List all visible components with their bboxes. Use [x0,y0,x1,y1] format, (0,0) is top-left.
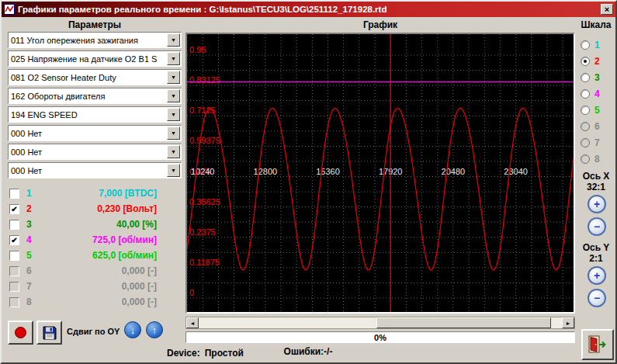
axis-x-zoom-in-button[interactable]: + [588,195,606,213]
scale-number: 1 [594,40,600,50]
svg-text:0.2375: 0.2375 [189,227,216,237]
shift-up-button[interactable]: ↑ [146,321,163,338]
chevron-down-icon[interactable]: ▼ [167,89,180,102]
chevron-down-icon[interactable]: ▼ [167,33,180,47]
axis-x-zoom-out-button[interactable]: − [588,217,606,236]
parameter-select[interactable]: 000 Нет ▼ [8,125,182,141]
channel-checkbox[interactable] [9,220,19,230]
scrollbar-track[interactable] [199,317,562,328]
channel-list: 1 7,000 [BTDC] ✔ 2 0,230 [Вольт] 3 40,00… [9,185,180,310]
scale-radio[interactable] [581,40,590,50]
parameter-select-list: 011 Угол опережения зажигания ▼ 025 Напр… [8,32,182,181]
chevron-down-icon[interactable]: ▼ [167,52,180,65]
channel-number: 8 [26,296,39,307]
svg-text:10240: 10240 [191,167,215,176]
chevron-down-icon[interactable]: ▼ [167,108,180,121]
parameter-select[interactable]: 194 ENG SPEED ▼ [8,106,182,123]
close-button[interactable]: × [601,4,613,15]
progress-bar: 0% [185,331,575,343]
chevron-down-icon[interactable]: ▼ [167,71,180,84]
channel-checkbox[interactable] [9,282,19,292]
graph-horizontal-scrollbar[interactable]: ◄ ► [185,317,575,329]
parameter-select-value: 081 O2 Sensor Heater Duty [9,70,166,85]
parameters-header: Параметры [8,19,182,30]
svg-text:0.11875: 0.11875 [189,258,220,267]
scale-radio[interactable] [581,138,590,147]
channel-number: 7 [26,281,39,292]
plot-area[interactable]: 0.950.831250.71250.593750.4750.356250.23… [185,33,575,314]
parameter-select[interactable]: 000 Нет ▼ [8,144,182,160]
channel-value: 0,000 [-] [39,296,180,307]
channel-checkbox[interactable] [9,297,19,307]
parameter-select[interactable]: 000 Нет ▼ [8,162,182,179]
scale-number: 6 [594,121,600,132]
axis-y-zoom-in-button[interactable]: + [588,266,606,285]
scroll-left-icon: ◄ [190,321,196,326]
scale-radio[interactable] [581,106,590,115]
scale-number: 4 [594,88,600,99]
channel-checkbox[interactable] [9,251,19,261]
scale-radio[interactable] [581,57,590,66]
exit-button[interactable] [581,329,614,360]
parameter-select[interactable]: 162 Обороты двигателя ▼ [8,88,182,104]
parameter-select-value: 000 Нет [9,163,166,178]
scale-header: Шкала [575,19,617,30]
scale-radio-row: 7 [581,134,600,151]
scale-number: 2 [594,56,600,67]
device-status: Device: Простой [167,348,244,359]
scale-radio[interactable] [581,154,590,164]
minus-icon: − [594,220,600,233]
svg-text:12800: 12800 [254,167,278,176]
shift-down-button[interactable]: ↓ [124,321,141,338]
titlebar[interactable]: Графики параметров реального времени : G… [2,2,615,17]
scale-radio-row: 2 [581,53,600,69]
svg-text:23040: 23040 [504,167,528,176]
parameter-select[interactable]: 011 Угол опережения зажигания ▼ [8,32,182,48]
channel-checkbox[interactable]: ✔ [9,235,19,245]
save-button[interactable] [36,321,62,345]
channel-value: 0,230 [Вольт] [39,203,180,214]
record-button[interactable] [8,321,33,345]
graph-header: График [185,19,575,30]
scale-number: 3 [594,72,600,83]
svg-text:15360: 15360 [316,167,340,176]
scale-radio-row: 1 [581,36,600,53]
svg-text:0.7125: 0.7125 [189,106,216,115]
parameter-select[interactable]: 081 O2 Sensor Heater Duty ▼ [8,69,182,85]
arrow-up-icon: ↑ [152,324,158,336]
scale-radio[interactable] [581,89,590,99]
parameter-select-value: 025 Напряжение на датчике O2 B1 S [9,51,166,66]
app-window: Графики параметров реального времени : G… [0,0,617,364]
channel-checkbox[interactable]: ✔ [9,204,19,214]
scrollbar-left-button[interactable]: ◄ [186,317,199,328]
device-value: Простой [205,348,244,359]
chevron-down-icon[interactable]: ▼ [167,127,180,140]
channel-value: 625,0 [об/мин] [39,250,180,261]
channel-number: 5 [26,250,39,261]
channel-row: 7 0,000 [-] [9,279,180,294]
parameter-select[interactable]: 025 Напряжение на датчике O2 B1 S ▼ [8,50,182,67]
svg-text:0.95: 0.95 [189,45,206,54]
channel-row: ✔ 2 0,230 [Вольт] [9,201,180,217]
channel-checkbox[interactable] [9,189,19,199]
channel-number: 3 [26,219,39,230]
axis-y-zoom-out-button[interactable]: − [588,289,606,307]
errors-label: Ошибки:-/- [250,346,366,357]
channel-checkbox[interactable] [9,266,19,276]
chevron-down-icon[interactable]: ▼ [167,145,180,158]
window-title: Графики параметров реального времени : G… [18,5,598,14]
channel-value: 0,000 [-] [39,265,180,276]
parameter-select-value: 000 Нет [9,126,166,140]
channel-row: 3 40,00 [%] [9,217,180,232]
close-icon: × [605,5,609,13]
scrollbar-thumb[interactable] [376,317,551,328]
channel-number: 4 [26,234,39,245]
scale-radio-row: 8 [581,151,600,167]
floppy-icon [42,325,57,341]
scale-radio[interactable] [581,122,590,131]
chevron-down-icon[interactable]: ▼ [167,164,180,177]
channel-row: 6 0,000 [-] [9,263,180,279]
scrollbar-right-button[interactable]: ► [562,317,574,328]
scale-number: 5 [594,105,600,116]
scale-radio[interactable] [581,73,590,82]
